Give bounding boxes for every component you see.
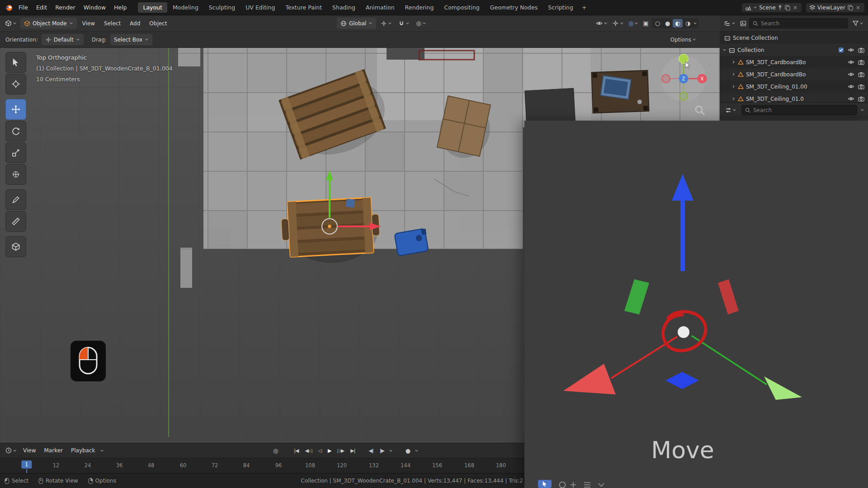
scene-selector[interactable]: Scene × bbox=[742, 3, 802, 12]
show-overlays-button[interactable]: ◎ bbox=[627, 18, 640, 29]
show-gizmo-button[interactable] bbox=[610, 18, 626, 29]
hide-eye-icon[interactable] bbox=[848, 59, 854, 66]
tool-3d-cursor[interactable] bbox=[5, 74, 26, 94]
shading-material-button[interactable]: ◐ bbox=[673, 19, 682, 28]
play-reverse-button[interactable]: ◁ bbox=[316, 448, 323, 454]
menu-add[interactable]: Add bbox=[126, 20, 144, 27]
tool-rotate[interactable] bbox=[5, 121, 26, 141]
chevron-right-icon[interactable] bbox=[731, 60, 736, 64]
tool-measure[interactable] bbox=[5, 211, 26, 232]
shading-rendered-button[interactable]: ◑ bbox=[683, 19, 693, 28]
transform-orientation-dropdown[interactable]: Global bbox=[337, 18, 376, 29]
menu-help[interactable]: Help bbox=[110, 0, 131, 15]
tab-geometry-nodes[interactable]: Geometry Nodes bbox=[485, 2, 542, 13]
zoom-button[interactable] bbox=[696, 106, 704, 115]
options-dropdown[interactable]: Options bbox=[669, 34, 698, 45]
shading-wireframe-button[interactable]: ○ bbox=[653, 19, 662, 28]
snap-toggle-button[interactable] bbox=[396, 18, 411, 29]
menu-window[interactable]: Window bbox=[80, 0, 110, 15]
menu-select[interactable]: Select bbox=[100, 20, 124, 27]
jump-to-end-button[interactable]: ▶| bbox=[349, 448, 357, 454]
jerry-can-object[interactable] bbox=[394, 228, 429, 256]
tutorial-chevron-icon[interactable] bbox=[599, 483, 604, 486]
tab-compositing[interactable]: Compositing bbox=[439, 2, 484, 13]
tab-texture-paint[interactable]: Texture Paint bbox=[280, 2, 327, 13]
properties-search-input[interactable] bbox=[753, 107, 854, 113]
tool-annotate[interactable] bbox=[5, 189, 26, 210]
outliner-row-collection[interactable]: Collection bbox=[720, 44, 868, 56]
chevron-right-icon[interactable] bbox=[731, 84, 736, 89]
outliner-editor-type-button[interactable] bbox=[722, 18, 737, 29]
timeline-menu-view[interactable]: View bbox=[19, 447, 39, 454]
menu-edit[interactable]: Edit bbox=[32, 0, 51, 15]
timeline-menu-marker[interactable]: Marker bbox=[40, 447, 66, 454]
xray-toggle-button[interactable]: ▣ bbox=[641, 18, 650, 29]
outliner-row-scene-collection[interactable]: Scene Collection bbox=[720, 32, 868, 44]
play-button[interactable]: ▶ bbox=[326, 448, 333, 454]
outliner-row-mesh[interactable]: SM_3DT_Ceiling_01.0 bbox=[720, 93, 868, 103]
tab-sculpting[interactable]: Sculpting bbox=[204, 2, 240, 13]
disable-render-camera-icon[interactable] bbox=[858, 84, 864, 90]
desk-object[interactable] bbox=[591, 70, 649, 113]
mode-dropdown[interactable]: Object Mode bbox=[20, 18, 77, 29]
timeline-menu-playback[interactable]: Playback bbox=[67, 447, 99, 454]
chevron-down-icon[interactable] bbox=[389, 449, 393, 453]
tab-modeling[interactable]: Modeling bbox=[168, 2, 203, 13]
hide-eye-icon[interactable] bbox=[848, 71, 854, 78]
outliner-row-mesh[interactable]: SM_3DT_CardboardBo bbox=[720, 68, 868, 80]
tool-add-cube[interactable] bbox=[5, 236, 26, 257]
chevron-right-icon[interactable] bbox=[731, 72, 736, 76]
tool-select-box[interactable] bbox=[5, 52, 26, 73]
add-workspace-button[interactable]: + bbox=[579, 3, 590, 12]
remove-view-layer-icon[interactable]: × bbox=[855, 5, 861, 11]
editor-type-button[interactable] bbox=[3, 18, 19, 29]
tool-move[interactable] bbox=[5, 99, 26, 120]
next-frame-button[interactable]: |▶ bbox=[378, 448, 386, 454]
laptop-object[interactable] bbox=[600, 75, 631, 99]
object-visibility-button[interactable] bbox=[594, 18, 609, 29]
new-view-layer-icon[interactable] bbox=[847, 5, 853, 10]
menu-view[interactable]: View bbox=[79, 20, 99, 27]
menu-object[interactable]: Object bbox=[146, 20, 170, 27]
next-keyframe-button[interactable]: ▷▶ bbox=[335, 448, 346, 454]
disable-render-camera-icon[interactable] bbox=[858, 47, 864, 53]
hide-eye-icon[interactable] bbox=[848, 47, 854, 53]
chevron-down-icon[interactable] bbox=[860, 108, 864, 112]
tab-rendering[interactable]: Rendering bbox=[400, 2, 439, 13]
timeline-editor-type-button[interactable] bbox=[4, 445, 19, 456]
tutorial-cursor-tool-icon[interactable] bbox=[560, 482, 566, 488]
outliner-search[interactable] bbox=[749, 18, 848, 28]
chevron-down-icon[interactable] bbox=[722, 48, 726, 52]
outliner-filter-button[interactable] bbox=[851, 18, 865, 29]
disable-render-camera-icon[interactable] bbox=[858, 71, 864, 78]
chevron-right-icon[interactable] bbox=[731, 97, 736, 101]
prev-keyframe-button[interactable]: ◀◁ bbox=[303, 448, 314, 454]
collection-checkbox-icon[interactable] bbox=[838, 47, 844, 53]
axis-neg-y-ball[interactable] bbox=[679, 92, 688, 100]
shading-solid-button[interactable]: ● bbox=[663, 19, 672, 28]
tab-animation[interactable]: Animation bbox=[361, 2, 400, 13]
new-scene-icon[interactable] bbox=[784, 5, 790, 10]
tab-uv-editing[interactable]: UV Editing bbox=[241, 2, 280, 13]
blender-logo-icon[interactable] bbox=[4, 3, 14, 13]
pin-icon[interactable] bbox=[778, 5, 783, 10]
drag-dropdown[interactable]: Select Box bbox=[110, 34, 152, 45]
hide-eye-icon[interactable] bbox=[848, 83, 854, 90]
tutorial-menu-icon[interactable] bbox=[584, 483, 590, 487]
hide-eye-icon[interactable] bbox=[848, 95, 854, 102]
menu-render[interactable]: Render bbox=[51, 0, 80, 15]
outliner-search-input[interactable] bbox=[761, 20, 844, 27]
properties-search[interactable] bbox=[741, 105, 857, 115]
menu-file[interactable]: File bbox=[14, 0, 32, 15]
outliner-row-mesh[interactable]: SM_3DT_Ceiling_01.00 bbox=[720, 80, 868, 93]
properties-editor-type-button[interactable] bbox=[723, 104, 738, 116]
tab-shading[interactable]: Shading bbox=[327, 2, 360, 13]
disable-render-camera-icon[interactable] bbox=[858, 59, 864, 66]
tutorial-move-tool-icon[interactable] bbox=[571, 482, 576, 488]
tab-scripting[interactable]: Scripting bbox=[543, 2, 578, 13]
tool-scale[interactable] bbox=[5, 142, 26, 163]
outliner-row-mesh[interactable]: SM_3DT_CardboardBo bbox=[720, 56, 868, 68]
auto-keying-button[interactable]: ◎ bbox=[271, 447, 279, 454]
disable-render-camera-icon[interactable] bbox=[858, 96, 864, 102]
proportional-edit-button[interactable]: ◎ bbox=[414, 18, 428, 29]
